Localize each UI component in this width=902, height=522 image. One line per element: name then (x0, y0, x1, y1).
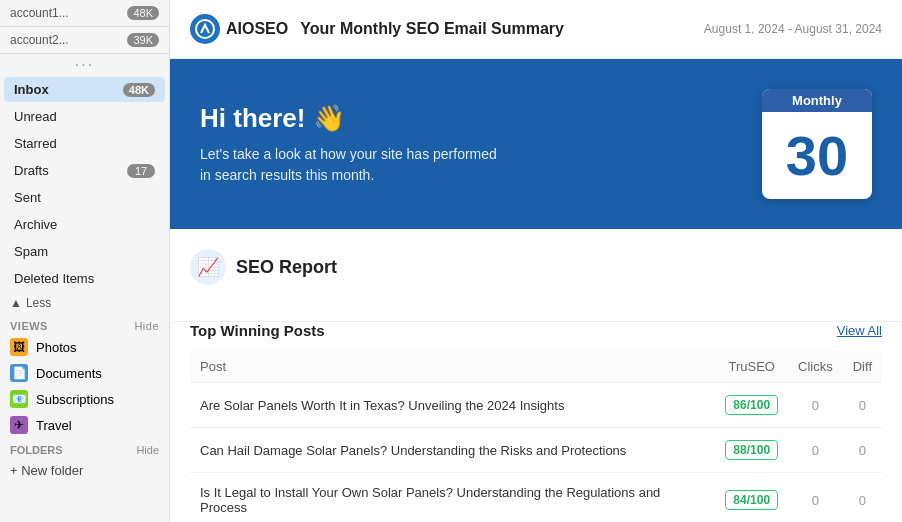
folders-section-header: Folders Hide (0, 438, 169, 458)
post-diff-1: 0 (843, 383, 882, 428)
hero-text: Hi there! 👋 Let's take a look at how you… (200, 103, 497, 186)
sidebar-view-photos[interactable]: 🖼 Photos (0, 334, 169, 360)
seo-report-icon: 📈 (190, 249, 226, 285)
hero-subtext-line2: in search results this month. (200, 167, 374, 183)
account-1-name: account1... (10, 6, 69, 20)
score-badge-3: 84/100 (725, 490, 778, 510)
account-2-badge: 39K (127, 33, 159, 47)
sidebar-item-inbox[interactable]: Inbox 48K (4, 77, 165, 102)
new-folder-label: + New folder (10, 463, 83, 478)
documents-icon: 📄 (10, 364, 28, 382)
chevron-up-icon: ▲ (10, 296, 22, 310)
views-label: Views (10, 320, 48, 332)
post-title-1: Are Solar Panels Worth It in Texas? Unve… (190, 383, 715, 428)
hero-subtext-line1: Let's take a look at how your site has p… (200, 146, 497, 162)
posts-table: Post TruSEO Clicks Diff Are Solar Panels… (190, 351, 882, 522)
sidebar-item-deleted[interactable]: Deleted Items (4, 266, 165, 291)
unread-label: Unread (14, 109, 57, 124)
post-score-3: 84/100 (715, 473, 788, 523)
post-score-1: 86/100 (715, 383, 788, 428)
documents-label: Documents (36, 366, 102, 381)
views-section-header: Views Hide (0, 314, 169, 334)
inbox-badge: 48K (123, 83, 155, 97)
seo-section-header: 📈 SEO Report (190, 249, 882, 285)
post-title-3: Is It Legal to Install Your Own Solar Pa… (190, 473, 715, 523)
hero-subtext: Let's take a look at how your site has p… (200, 144, 497, 186)
calendar-month: Monthly (762, 89, 872, 112)
sidebar-item-archive[interactable]: Archive (4, 212, 165, 237)
email-date: August 1, 2024 - August 31, 2024 (704, 22, 882, 36)
seo-report-title: SEO Report (236, 257, 337, 278)
sidebar-view-subscriptions[interactable]: 📧 Subscriptions (0, 386, 169, 412)
sidebar: account1... 48K account2... 39K ··· Inbo… (0, 0, 170, 522)
folders-label: Folders (10, 444, 63, 456)
table-row: Is It Legal to Install Your Own Solar Pa… (190, 473, 882, 523)
hero-calendar: Monthly 30 (762, 89, 872, 199)
drafts-badge: 17 (127, 164, 155, 178)
folders-hide-link[interactable]: Hide (136, 444, 159, 456)
post-score-2: 88/100 (715, 428, 788, 473)
travel-label: Travel (36, 418, 72, 433)
post-diff-3: 0 (843, 473, 882, 523)
table-row: Can Hail Damage Solar Panels? Understand… (190, 428, 882, 473)
less-label: Less (26, 296, 51, 310)
aioseo-icon (190, 14, 220, 44)
table-row: Are Solar Panels Worth It in Texas? Unve… (190, 383, 882, 428)
inbox-label: Inbox (14, 82, 49, 97)
starred-label: Starred (14, 136, 57, 151)
post-clicks-1: 0 (788, 383, 843, 428)
sidebar-dots: ··· (0, 54, 169, 76)
less-button[interactable]: ▲ Less (0, 292, 169, 314)
sidebar-item-unread[interactable]: Unread (4, 104, 165, 129)
spam-label: Spam (14, 244, 48, 259)
col-truseo: TruSEO (715, 351, 788, 383)
hero-greeting: Hi there! 👋 (200, 103, 497, 134)
col-diff: Diff (843, 351, 882, 383)
account-2-name: account2... (10, 33, 69, 47)
sidebar-item-spam[interactable]: Spam (4, 239, 165, 264)
travel-icon: ✈ (10, 416, 28, 434)
hero-banner: Hi there! 👋 Let's take a look at how you… (170, 59, 902, 229)
seo-report-section: 📈 SEO Report (170, 229, 902, 322)
score-badge-1: 86/100 (725, 395, 778, 415)
main-content: AIOSEO Your Monthly SEO Email Summary Au… (170, 0, 902, 522)
winning-posts-header: Top Winning Posts View All (190, 322, 882, 339)
winning-posts-section: Top Winning Posts View All Post TruSEO C… (170, 322, 902, 522)
post-clicks-2: 0 (788, 428, 843, 473)
calendar-day: 30 (762, 112, 872, 199)
new-folder-button[interactable]: + New folder (0, 458, 169, 483)
email-header: AIOSEO Your Monthly SEO Email Summary Au… (170, 0, 902, 59)
sidebar-item-drafts[interactable]: Drafts 17 (4, 158, 165, 183)
svg-point-0 (196, 20, 214, 38)
sidebar-view-travel[interactable]: ✈ Travel (0, 412, 169, 438)
views-hide-link[interactable]: Hide (134, 320, 159, 332)
deleted-label: Deleted Items (14, 271, 94, 286)
logo-text: AIOSEO (226, 20, 288, 38)
photos-label: Photos (36, 340, 76, 355)
archive-label: Archive (14, 217, 57, 232)
sidebar-account-2[interactable]: account2... 39K (0, 27, 169, 54)
aioseo-logo: AIOSEO (190, 14, 288, 44)
col-post: Post (190, 351, 715, 383)
sent-label: Sent (14, 190, 41, 205)
view-all-link[interactable]: View All (837, 323, 882, 338)
winning-posts-title: Top Winning Posts (190, 322, 325, 339)
photos-icon: 🖼 (10, 338, 28, 356)
post-diff-2: 0 (843, 428, 882, 473)
sidebar-item-sent[interactable]: Sent (4, 185, 165, 210)
sidebar-view-documents[interactable]: 📄 Documents (0, 360, 169, 386)
col-clicks: Clicks (788, 351, 843, 383)
account-1-badge: 48K (127, 6, 159, 20)
subscriptions-icon: 📧 (10, 390, 28, 408)
post-title-2: Can Hail Damage Solar Panels? Understand… (190, 428, 715, 473)
drafts-label: Drafts (14, 163, 49, 178)
email-title: Your Monthly SEO Email Summary (300, 20, 692, 38)
sidebar-item-starred[interactable]: Starred (4, 131, 165, 156)
score-badge-2: 88/100 (725, 440, 778, 460)
subscriptions-label: Subscriptions (36, 392, 114, 407)
post-clicks-3: 0 (788, 473, 843, 523)
sidebar-account-1[interactable]: account1... 48K (0, 0, 169, 27)
